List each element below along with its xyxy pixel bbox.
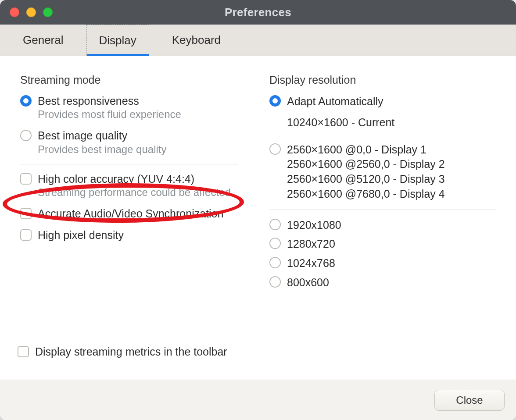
tab-display-label: Display: [99, 34, 136, 47]
close-button-label: Close: [456, 394, 483, 406]
resolution-1920-row[interactable]: 1920x1080: [269, 218, 498, 233]
option-body: 1280x720: [287, 237, 335, 252]
close-window-icon[interactable]: [10, 7, 19, 17]
option-body: 1920x1080: [287, 218, 341, 233]
tab-general-label: General: [23, 33, 64, 47]
content-area: Streaming mode Best responsiveness Provi…: [0, 56, 516, 380]
checkbox-icon[interactable]: [20, 229, 32, 241]
resolution-adapt-auto-row[interactable]: Adapt Automatically: [269, 94, 498, 109]
radio-icon[interactable]: [269, 143, 281, 155]
option-body: 1024x768: [287, 256, 335, 271]
res-1280-label: 1280x720: [287, 237, 335, 252]
av-sync-row[interactable]: Accurate Audio/Video Synchronization: [20, 207, 240, 221]
display-2-line: 2560×1600 @2560,0 - Display 2: [287, 157, 445, 172]
res-800-label: 800x600: [287, 275, 329, 290]
option-body: Best image quality Provides best image q…: [38, 129, 166, 156]
display-resolution-title: Display resolution: [269, 74, 498, 86]
tab-general[interactable]: General: [11, 25, 76, 56]
per-display-lines: 2560×1600 @0,0 - Display 1 2560×1600 @25…: [287, 142, 445, 202]
resolution-current-row: 10240×1600 - Current: [287, 114, 498, 138]
tab-keyboard[interactable]: Keyboard: [160, 25, 233, 56]
high-pixel-density-label: High pixel density: [38, 228, 124, 242]
av-sync-label: Accurate Audio/Video Synchronization: [38, 207, 223, 221]
option-body: Adapt Automatically: [287, 94, 383, 109]
preferences-window: Preferences General Display Keyboard Str…: [0, 0, 516, 420]
display-3-line: 2560×1600 @5120,0 - Display 3: [287, 172, 445, 187]
zoom-window-icon[interactable]: [43, 7, 53, 17]
display-4-line: 2560×1600 @7680,0 - Display 4: [287, 187, 445, 202]
adapt-auto-label: Adapt Automatically: [287, 94, 383, 109]
radio-icon[interactable]: [269, 95, 281, 107]
high-pixel-density-row[interactable]: High pixel density: [20, 228, 240, 242]
checkbox-icon[interactable]: [20, 173, 32, 185]
traffic-lights: [10, 7, 53, 17]
best-image-quality-sub: Provides best image quality: [38, 143, 166, 156]
high-color-accuracy-sub: Streaming performance could be affected: [38, 186, 231, 199]
footer: Close: [0, 380, 516, 420]
resolution-per-display-row[interactable]: 2560×1600 @0,0 - Display 1 2560×1600 @25…: [269, 142, 498, 202]
radio-icon[interactable]: [269, 257, 281, 268]
option-body: 2560×1600 @0,0 - Display 1 2560×1600 @25…: [287, 142, 445, 202]
checkbox-icon[interactable]: [20, 208, 32, 219]
option-body: Best responsiveness Provides most fluid …: [38, 94, 181, 121]
high-color-accuracy-row[interactable]: High color accuracy (YUV 4:4:4) Streamin…: [20, 172, 240, 199]
option-body: High pixel density: [38, 228, 124, 242]
checkbox-icon[interactable]: [18, 346, 29, 357]
best-responsiveness-sub: Provides most fluid experience: [38, 108, 181, 121]
streaming-best-responsiveness-row[interactable]: Best responsiveness Provides most fluid …: [20, 94, 240, 121]
res-1920-label: 1920x1080: [287, 218, 341, 233]
radio-icon[interactable]: [269, 219, 281, 230]
display-metrics-row[interactable]: Display streaming metrics in the toolbar: [18, 345, 227, 359]
display-resolution-section: Display resolution Adapt Automatically 1…: [258, 56, 516, 380]
window-title: Preferences: [0, 6, 516, 19]
option-body: Accurate Audio/Video Synchronization: [38, 207, 223, 221]
radio-icon[interactable]: [269, 238, 281, 249]
divider: [20, 164, 238, 164]
minimize-window-icon[interactable]: [26, 7, 36, 17]
resolution-1024-row[interactable]: 1024x768: [269, 256, 498, 271]
resolution-1280-row[interactable]: 1280x720: [269, 237, 498, 252]
resolution-800-row[interactable]: 800x600: [269, 275, 498, 290]
best-responsiveness-label: Best responsiveness: [38, 94, 181, 108]
tab-keyboard-label: Keyboard: [172, 33, 221, 47]
tab-display[interactable]: Display: [86, 25, 149, 56]
display-1-line: 2560×1600 @0,0 - Display 1: [287, 142, 445, 157]
radio-icon[interactable]: [269, 276, 281, 288]
high-color-accuracy-label: High color accuracy (YUV 4:4:4): [38, 172, 231, 186]
radio-icon[interactable]: [20, 95, 32, 107]
best-image-quality-label: Best image quality: [38, 129, 166, 142]
streaming-mode-title: Streaming mode: [20, 74, 240, 86]
streaming-mode-section: Streaming mode Best responsiveness Provi…: [0, 56, 258, 380]
radio-icon[interactable]: [20, 130, 32, 141]
tab-bar: General Display Keyboard: [0, 25, 516, 56]
option-body: 800x600: [287, 275, 329, 290]
titlebar: Preferences: [0, 0, 516, 25]
streaming-best-image-quality-row[interactable]: Best image quality Provides best image q…: [20, 129, 240, 156]
res-1024-label: 1024x768: [287, 256, 335, 271]
divider: [269, 210, 496, 210]
display-metrics-label: Display streaming metrics in the toolbar: [35, 345, 227, 359]
bottom-options: Display streaming metrics in the toolbar: [18, 345, 227, 359]
option-body: High color accuracy (YUV 4:4:4) Streamin…: [38, 172, 231, 199]
close-button[interactable]: Close: [434, 390, 505, 411]
resolution-current-label: 10240×1600 - Current: [287, 115, 498, 130]
